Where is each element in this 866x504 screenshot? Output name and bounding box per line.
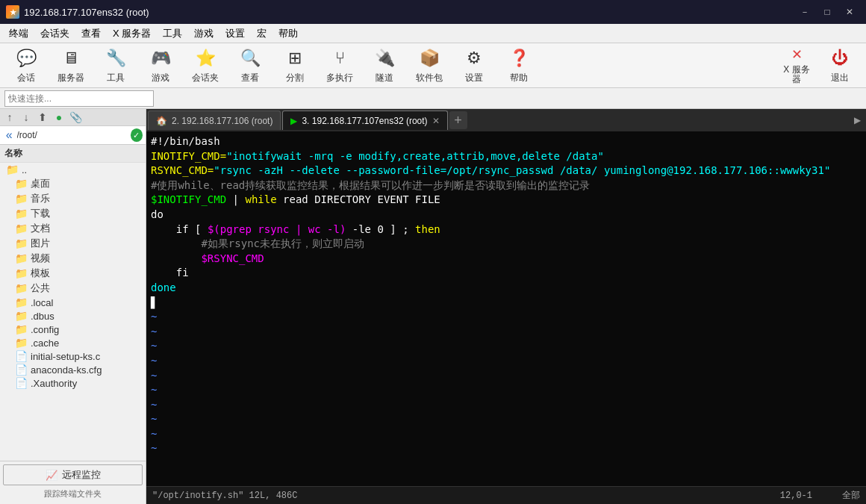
tree-item-dbus[interactable]: 📁 .dbus: [0, 309, 146, 323]
tree-item-local[interactable]: 📁 .local: [0, 296, 146, 309]
menu-xserver[interactable]: X 服务器: [107, 25, 157, 42]
sidebar-path-bar: « ✓: [0, 126, 146, 145]
tree-item-music[interactable]: 📁 音乐: [0, 191, 146, 206]
tool-help[interactable]: ❓ 帮助: [497, 46, 541, 85]
tool-games[interactable]: 🎮 游戏: [139, 46, 182, 85]
tool-multi[interactable]: ⑂ 多执行: [318, 46, 361, 85]
tab-bar: 🏠 2. 192.168.177.106 (root) ▶ 3. 192.168…: [146, 109, 866, 131]
sidebar-top-bar: ↑ ↓ ⬆ ● 📎: [0, 109, 146, 126]
tool-session-label: 会话: [17, 72, 35, 84]
menu-macro[interactable]: 宏: [251, 25, 272, 42]
close-button[interactable]: ✕: [839, 4, 860, 19]
tree-item-parent[interactable]: 📁 ..: [0, 163, 146, 176]
sidebar-icon-1[interactable]: ↑: [3, 111, 16, 124]
tree-item-config[interactable]: 📁 .config: [0, 323, 146, 336]
term-tilde-5: ~: [151, 370, 157, 382]
sidebar-path-input[interactable]: [17, 128, 129, 143]
menu-games[interactable]: 游戏: [188, 25, 219, 42]
tool-split[interactable]: ⊞ 分割: [273, 46, 317, 85]
file-icon: 📄: [15, 377, 28, 389]
quick-connect-input[interactable]: [4, 90, 154, 107]
tool-multi-label: 多执行: [326, 72, 353, 84]
menu-help[interactable]: 帮助: [272, 25, 304, 42]
sidebar-icon-5[interactable]: 📎: [69, 111, 82, 124]
folder-icon: 📁: [6, 164, 19, 175]
term-line-1: #!/bin/bash: [151, 135, 220, 147]
tree-item-public[interactable]: 📁 公共: [0, 281, 146, 296]
file-tree[interactable]: 📁 .. 📁 桌面 📁 音乐 📁 下载 📁 文档 📁 图片: [0, 163, 146, 461]
menu-sessions[interactable]: 会话夹: [34, 25, 75, 42]
terminal-position: 12,0-1: [780, 491, 812, 501]
menu-settings[interactable]: 设置: [219, 25, 251, 42]
sessions-folder-icon: ⭐: [193, 46, 217, 70]
session-icon: 💬: [14, 46, 38, 70]
file-tree-header: 名称: [0, 145, 146, 163]
tunnel-icon: 🔌: [373, 46, 396, 70]
tool-view[interactable]: 🔍 查看: [228, 46, 272, 85]
terminal-content[interactable]: #!/bin/bash INOTIFY_CMD="inotifywait -mr…: [146, 131, 866, 486]
footer-label: 跟踪终端文件夹: [3, 487, 143, 501]
terminal-file-info: "/opt/inotify.sh" 12L, 486C: [152, 491, 780, 501]
maximize-button[interactable]: □: [817, 4, 838, 19]
tools-icon: 🔧: [104, 46, 128, 70]
tool-sessions-folder-label: 会话夹: [192, 72, 219, 84]
app-icon: ★: [6, 5, 19, 19]
remote-monitor-button[interactable]: 📈 远程监控: [3, 464, 143, 485]
tab-scroll-right[interactable]: ▶: [850, 111, 865, 129]
folder-icon: 📁: [15, 208, 28, 220]
term-line-10: fi: [151, 267, 189, 279]
tool-xserver[interactable]: ✕ X 服务器: [776, 46, 817, 85]
tree-item-pictures[interactable]: 📁 图片: [0, 236, 146, 251]
window-controls[interactable]: － □ ✕: [794, 4, 860, 19]
folder-icon: 📁: [15, 252, 28, 264]
tab-2[interactable]: ▶ 3. 192.168.177.107ens32 (root) ✕: [282, 111, 447, 130]
tool-games-label: 游戏: [152, 72, 169, 84]
menu-view[interactable]: 查看: [75, 25, 107, 42]
menu-tools[interactable]: 工具: [157, 25, 188, 42]
tree-item-initial-setup[interactable]: 📄 initial-setup-ks.c: [0, 349, 146, 363]
terminal-status-bar: "/opt/inotify.sh" 12L, 486C 12,0-1 全部: [146, 486, 866, 504]
folder-icon: 📁: [15, 282, 28, 294]
minimize-button[interactable]: －: [794, 4, 815, 19]
term-line-6: do: [151, 208, 163, 220]
main-area: ↑ ↓ ⬆ ● 📎 « ✓ 名称 📁 .. 📁 桌面: [0, 109, 866, 504]
tree-item-videos[interactable]: 📁 视频: [0, 251, 146, 266]
folder-icon: 📁: [15, 193, 28, 205]
sidebar-icon-3[interactable]: ⬆: [36, 111, 49, 124]
sidebar-icon-4[interactable]: ●: [52, 111, 66, 124]
tab-2-close[interactable]: ✕: [432, 116, 440, 126]
title-bar: ★ 192.168.177.107ens32 (root) － □ ✕: [0, 0, 866, 24]
tree-item-download[interactable]: 📁 下载: [0, 206, 146, 221]
folder-icon: 📁: [15, 296, 28, 308]
tool-quit[interactable]: ⏻ 退出: [818, 46, 862, 85]
help-icon: ❓: [507, 46, 531, 70]
folder-icon: 📁: [15, 223, 28, 234]
sidebar-path-confirm[interactable]: ✓: [131, 128, 143, 142]
tree-item-cache[interactable]: 📁 .cache: [0, 336, 146, 349]
tool-tunnel[interactable]: 🔌 隧道: [363, 46, 406, 85]
tree-item-templates[interactable]: 📁 模板: [0, 266, 146, 281]
tool-server[interactable]: 🖥 服务器: [49, 46, 93, 85]
split-icon: ⊞: [283, 46, 307, 70]
sidebar-icon-2[interactable]: ↓: [19, 111, 33, 124]
remote-monitor-label: 远程监控: [62, 468, 101, 482]
tool-tools[interactable]: 🔧 工具: [94, 46, 137, 85]
tree-item-anaconda[interactable]: 📄 anaconda-ks.cfg: [0, 363, 146, 376]
tool-server-label: 服务器: [57, 72, 84, 84]
tree-item-xauthority[interactable]: 📄 .Xauthority: [0, 376, 146, 390]
menu-terminal[interactable]: 终端: [3, 25, 34, 42]
tree-item-desktop[interactable]: 📁 桌面: [0, 176, 146, 191]
file-icon: 📄: [15, 350, 28, 362]
tree-item-docs[interactable]: 📁 文档: [0, 221, 146, 236]
tool-sessions-folder[interactable]: ⭐ 会话夹: [184, 46, 227, 85]
add-tab-button[interactable]: +: [449, 111, 467, 129]
tool-settings-label: 设置: [465, 72, 483, 84]
folder-icon: 📁: [15, 337, 28, 349]
tab-1[interactable]: 🏠 2. 192.168.177.106 (root): [148, 111, 281, 130]
tab-indicator: 🏠: [156, 116, 167, 126]
tool-session[interactable]: 💬 会话: [4, 46, 48, 85]
tool-settings[interactable]: ⚙ 设置: [452, 46, 496, 85]
term-line-2: INOTIFY_CMD="inotifywait -mrq -e modify,…: [151, 150, 604, 162]
tool-package[interactable]: 📦 软件包: [408, 46, 451, 85]
sidebar-nav-button[interactable]: «: [3, 128, 16, 142]
